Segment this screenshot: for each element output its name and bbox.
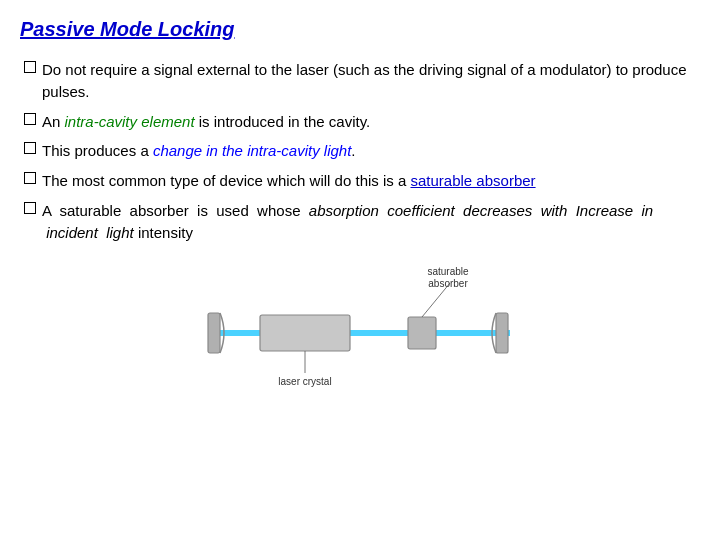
bullet-item-3: This produces a change in the intra-cavi… xyxy=(24,140,700,162)
bullet-square-4 xyxy=(24,172,36,184)
svg-rect-2 xyxy=(260,315,350,351)
svg-rect-4 xyxy=(496,313,508,353)
laser-diagram: saturable absorber laser crystal xyxy=(180,261,540,401)
change-intra-cavity-text: change in the intra-cavity light xyxy=(153,142,351,159)
bullet-text-3: This produces a change in the intra-cavi… xyxy=(42,140,700,162)
saturable-absorber-diagram-label: saturable xyxy=(427,266,469,277)
bullet-text-1: Do not require a signal external to the … xyxy=(42,59,700,103)
bullet-text-4: The most common type of device which wil… xyxy=(42,170,700,192)
svg-rect-3 xyxy=(408,317,436,349)
page-title: Passive Mode Locking xyxy=(20,18,235,41)
diagram-container: saturable absorber laser crystal xyxy=(20,261,700,401)
bullet-square-1 xyxy=(24,61,36,73)
intra-cavity-element-text: intra-cavity element xyxy=(65,113,195,130)
bullet-list: Do not require a signal external to the … xyxy=(24,59,700,243)
bullet-item-5: A saturable absorber is used whose absor… xyxy=(24,200,700,244)
bullet-square-3 xyxy=(24,142,36,154)
bullet-square-5 xyxy=(24,202,36,214)
diagram-wrapper: saturable absorber laser crystal xyxy=(180,261,540,401)
bullet-text-5: A saturable absorber is used whose absor… xyxy=(42,200,700,244)
page-content: Passive Mode Locking Do not require a si… xyxy=(0,0,720,419)
bullet-item-2: An intra-cavity element is introduced in… xyxy=(24,111,700,133)
bullet-item-4: The most common type of device which wil… xyxy=(24,170,700,192)
laser-crystal-diagram-label: laser crystal xyxy=(278,376,331,387)
saturable-absorber-link: saturable absorber xyxy=(410,172,535,189)
bullet-text-2: An intra-cavity element is introduced in… xyxy=(42,111,700,133)
absorption-coeff-text: absorption coefficient decreases with In… xyxy=(42,202,653,241)
bullet-item-1: Do not require a signal external to the … xyxy=(24,59,700,103)
bullet-square-2 xyxy=(24,113,36,125)
saturable-absorber-diagram-label2: absorber xyxy=(428,278,468,289)
svg-rect-1 xyxy=(208,313,220,353)
